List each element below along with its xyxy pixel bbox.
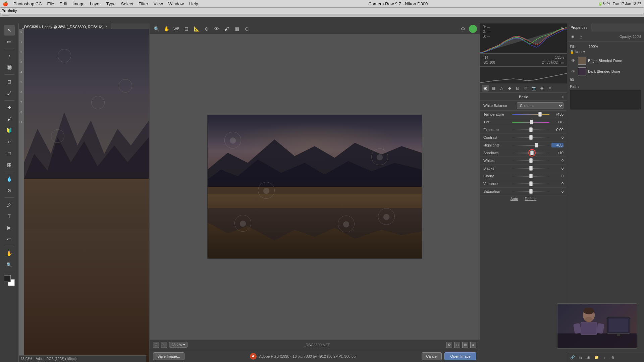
slider-thumb-saturation[interactable] xyxy=(529,189,533,194)
slider-thumb-temperature[interactable] xyxy=(538,112,542,117)
raw-zoom-tool[interactable]: 🔍 xyxy=(152,25,160,33)
split-tone-icon[interactable]: ◆ xyxy=(506,85,513,92)
tab-close-btn[interactable]: × xyxy=(106,25,108,28)
slider-track-temperature[interactable] xyxy=(512,114,549,115)
menu-filter[interactable]: Filter xyxy=(139,1,148,6)
dodge-tool[interactable]: ⊙ xyxy=(4,185,15,196)
raw-hand-tool[interactable]: ✋ xyxy=(162,25,170,33)
slider-track-container-shadows[interactable] xyxy=(512,150,549,156)
default-button[interactable]: Default xyxy=(525,197,536,201)
raw-graduated-filter[interactable]: ▦ xyxy=(233,25,241,33)
slider-track-contrast[interactable] xyxy=(512,137,549,138)
slider-thumb-vibrance[interactable] xyxy=(529,181,533,186)
slider-thumb-highlights[interactable] xyxy=(535,143,538,147)
slider-thumb-whites[interactable] xyxy=(529,158,533,163)
raw-fit-icon[interactable]: ⊡ xyxy=(153,342,159,348)
detail-icon[interactable]: 📷 xyxy=(530,85,537,92)
layer-eye-icon-1[interactable]: 👁 xyxy=(571,58,576,63)
menu-type[interactable]: Type xyxy=(106,1,116,6)
slider-thumb-tint[interactable] xyxy=(530,120,533,124)
slider-track-container-tint[interactable] xyxy=(512,119,549,125)
menu-edit[interactable]: Edit xyxy=(60,1,67,6)
camera-calibration-icon[interactable]: ◈ xyxy=(538,85,545,92)
raw-spot-removal[interactable]: ⊙ xyxy=(203,25,211,33)
proximity-button[interactable]: Proximity xyxy=(0,7,644,14)
lens-corrections-icon[interactable]: ⊡ xyxy=(514,85,521,92)
raw-straighten-tool[interactable]: 📐 xyxy=(193,25,201,33)
eraser-tool[interactable]: ◻ xyxy=(4,148,15,159)
slider-track-container-vibrance[interactable] xyxy=(512,181,549,186)
layer-item-dark[interactable]: 👁 Dark Blended Done xyxy=(570,66,641,76)
menu-photoshop[interactable]: Photoshop CC xyxy=(13,1,42,6)
raw-adjustment-brush[interactable]: 🖌 xyxy=(223,25,231,33)
slider-track-container-saturation[interactable] xyxy=(512,189,549,194)
slider-track-container-temperature[interactable] xyxy=(512,112,549,117)
slider-track-tint[interactable] xyxy=(512,122,549,123)
white-balance-select[interactable]: Custom As Shot Auto Daylight Cloudy Shad… xyxy=(517,102,564,109)
fx-bottom-icon[interactable]: fx xyxy=(577,354,584,361)
menu-view[interactable]: View xyxy=(154,1,163,6)
pen-tool[interactable]: 🖊 xyxy=(4,199,15,210)
healing-brush-tool[interactable]: ✚ xyxy=(4,102,15,113)
layer-item-bright[interactable]: 👁 Bright Blended Done xyxy=(570,56,641,66)
save-image-button[interactable]: Save Image... xyxy=(153,352,184,360)
raw-fill-icon[interactable]: ◻ xyxy=(161,342,167,348)
blur-tool[interactable]: 💧 xyxy=(4,174,15,184)
raw-wb-tool[interactable]: WB xyxy=(172,25,180,33)
slider-track-vibrance[interactable] xyxy=(512,183,549,184)
move-tool[interactable]: ↖ xyxy=(4,25,15,36)
tone-curve-icon[interactable]: ▦ xyxy=(490,85,497,92)
slider-track-exposure[interactable] xyxy=(512,129,549,130)
open-image-button[interactable]: Open Image xyxy=(444,352,476,360)
slider-thumb-contrast[interactable] xyxy=(529,135,533,140)
basic-panel-icon[interactable]: ◉ xyxy=(482,85,489,92)
menu-layer[interactable]: Layer xyxy=(90,1,101,6)
slider-track-container-contrast[interactable] xyxy=(512,135,549,140)
menu-select[interactable]: Select xyxy=(121,1,133,6)
adjustment-layer-icon[interactable]: ◉ xyxy=(585,354,592,361)
slider-track-container-exposure[interactable] xyxy=(512,127,549,132)
shape-tool[interactable]: ▭ xyxy=(4,234,15,244)
effects-icon[interactable]: fx xyxy=(522,85,529,92)
text-tool[interactable]: T xyxy=(4,211,15,222)
hand-tool[interactable]: ✋ xyxy=(4,248,15,259)
apple-menu[interactable]: 🍎 xyxy=(3,1,8,6)
stamp-tool[interactable]: 🔰 xyxy=(4,125,15,136)
slider-thumb-clarity[interactable] xyxy=(529,174,533,178)
zoom-tool[interactable]: 🔍 xyxy=(4,259,15,270)
presets-icon[interactable]: ≡ xyxy=(546,85,553,92)
slider-track-shadows[interactable] xyxy=(512,153,549,154)
cancel-button[interactable]: Cancel xyxy=(422,352,442,360)
raw-radial-filter[interactable]: ⊙ xyxy=(243,25,251,33)
slider-thumb-exposure[interactable] xyxy=(529,127,533,132)
slider-track-blacks[interactable] xyxy=(512,168,549,169)
raw-settings-icon[interactable]: ⚙ xyxy=(446,342,452,348)
tab-properties[interactable]: Properties xyxy=(567,23,591,32)
slider-track-container-whites[interactable] xyxy=(512,158,549,163)
path-selection-tool[interactable]: ▶ xyxy=(4,222,15,233)
raw-image-container[interactable]: ⬤ ⬤ ⬤ ⬤ ⬤ ⬤ xyxy=(150,34,480,339)
slider-track-clarity[interactable] xyxy=(512,176,549,177)
color-swatches[interactable] xyxy=(4,275,15,286)
layer-eye-icon-2[interactable]: 👁 xyxy=(571,69,576,74)
delete-layer-icon[interactable]: 🗑 xyxy=(609,354,616,361)
crop-tool[interactable]: ⊡ xyxy=(4,76,15,87)
brush-tool[interactable]: 🖌 xyxy=(4,114,15,124)
raw-compare-icon[interactable]: ◻ xyxy=(454,342,460,348)
marquee-tool[interactable]: ▭ xyxy=(4,36,15,47)
slider-track-highlights[interactable] xyxy=(512,145,549,146)
lasso-tool[interactable]: ⌖ xyxy=(4,51,15,61)
slider-track-container-highlights[interactable] xyxy=(512,142,549,148)
auto-button[interactable]: Auto xyxy=(511,197,518,201)
slider-thumb-blacks[interactable] xyxy=(529,166,533,171)
eyedropper-tool[interactable]: 🖊 xyxy=(4,88,15,99)
menu-image[interactable]: Image xyxy=(72,1,85,6)
menu-file[interactable]: File xyxy=(47,1,54,6)
slider-track-container-clarity[interactable] xyxy=(512,173,549,179)
prop-icon-1[interactable]: ◉ xyxy=(570,34,576,40)
prop-icon-2[interactable]: △ xyxy=(578,34,584,40)
raw-menu-icon[interactable]: ≡ xyxy=(470,342,476,348)
slider-thumb-shadows[interactable] xyxy=(530,150,534,155)
quick-select-tool[interactable]: 🔘 xyxy=(4,62,15,73)
hsl-icon[interactable]: △ xyxy=(498,85,505,92)
